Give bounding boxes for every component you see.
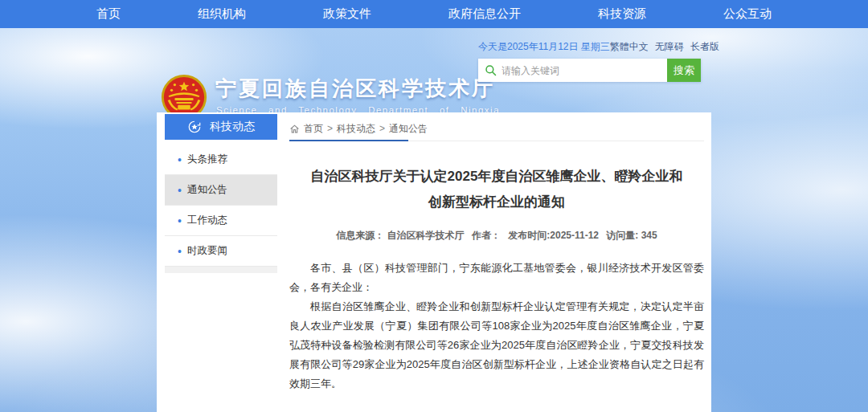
search-input[interactable] <box>502 65 661 76</box>
meta-source: 信息来源： 自治区科学技术厅 <box>336 230 464 241</box>
sidebar-item-current-affairs[interactable]: • 时政要闻 <box>165 236 277 267</box>
nav-item-gov-info[interactable]: 政府信息公开 <box>448 6 521 22</box>
search-icon <box>485 64 497 76</box>
link-traditional-chinese[interactable]: 繁體中文 <box>610 40 649 54</box>
header-utilities: 今天是2025年11月12日 星期三 繁體中文 无障碍 长者版 搜索 <box>478 40 701 82</box>
current-date: 今天是2025年11月12日 星期三 <box>478 40 610 54</box>
breadcrumb-separator: > <box>379 123 385 134</box>
top-navigation: 首页 组织机构 政策文件 政府信息公开 科技资源 公众互动 <box>0 0 868 28</box>
meta-author: 作者： <box>472 230 501 241</box>
article-meta: 信息来源： 自治区科学技术厅 作者： 发布时间:2025-11-12 访问量: … <box>289 229 704 243</box>
sidebar-item-headlines[interactable]: • 头条推荐 <box>165 145 277 175</box>
breadcrumb-home[interactable]: 首页 <box>304 122 323 136</box>
home-icon <box>289 124 300 134</box>
sidebar-item-work-updates[interactable]: • 工作动态 <box>165 206 277 236</box>
site-title: 宁夏回族自治区科学技术厅 <box>215 75 495 103</box>
article-title: 自治区科技厅关于认定2025年度自治区雏鹰企业、瞪羚企业和创新型标杆企业的通知 <box>307 164 686 216</box>
article: 首页 > 科技动态 > 通知公告 自治区科技厅关于认定2025年度自治区雏鹰企业… <box>289 120 704 412</box>
breadcrumb: 首页 > 科技动态 > 通知公告 <box>289 120 704 137</box>
nav-item-policy-docs[interactable]: 政策文件 <box>323 6 371 22</box>
quick-links: 繁體中文 无障碍 长者版 <box>610 40 719 54</box>
sidebar-item-label: 头条推荐 <box>187 153 227 166</box>
sidebar-title: 科技动态 <box>210 120 255 134</box>
meta-publish: 发布时间:2025-11-12 <box>508 230 599 241</box>
bullet-icon: • <box>178 246 182 257</box>
bullet-icon: • <box>178 185 182 196</box>
content-panel: 科技动态 • 头条推荐 • 通知公告 • 工作动态 • 时政要闻 <box>157 112 711 412</box>
nav-item-sci-resources[interactable]: 科技资源 <box>598 6 646 22</box>
breadcrumb-level2[interactable]: 科技动态 <box>337 122 375 136</box>
search-button[interactable]: 搜索 <box>667 59 701 82</box>
article-body: 各市、县（区）科技管理部门，宁东能源化工基地管委会，银川经济技术开发区管委会，各… <box>289 259 704 394</box>
article-paragraph: 各市、县（区）科技管理部门，宁东能源化工基地管委会，银川经济技术开发区管委会，各… <box>289 259 704 297</box>
breadcrumb-level3[interactable]: 通知公告 <box>389 122 428 136</box>
sidebar-item-label: 通知公告 <box>187 183 227 197</box>
search-bar: 搜索 <box>478 59 701 82</box>
link-accessibility[interactable]: 无障碍 <box>655 40 684 54</box>
breadcrumb-separator: > <box>327 123 333 134</box>
sidebar-header: 科技动态 <box>165 114 277 140</box>
breadcrumb-divider <box>289 140 704 141</box>
bullet-icon: • <box>178 215 182 226</box>
link-elder-version[interactable]: 长者版 <box>690 40 719 54</box>
sidebar-item-label: 工作动态 <box>187 214 227 227</box>
nav-item-home[interactable]: 首页 <box>96 6 121 22</box>
nav-item-organization[interactable]: 组织机构 <box>198 6 246 22</box>
meta-views: 访问量: 345 <box>606 230 657 241</box>
sidebar: 科技动态 • 头条推荐 • 通知公告 • 工作动态 • 时政要闻 <box>165 114 277 273</box>
sidebar-item-notices[interactable]: • 通知公告 <box>165 175 277 206</box>
bullet-icon: • <box>178 154 182 165</box>
article-paragraph: 根据自治区雏鹰企业、瞪羚企业和创新型标杆企业认定管理有关规定，决定认定半亩良人农… <box>289 297 704 394</box>
nav-item-public[interactable]: 公众互动 <box>723 6 772 22</box>
sidebar-footer-strip <box>165 267 277 273</box>
sidebar-item-label: 时政要闻 <box>187 244 227 258</box>
masthead: 宁夏回族自治区科学技术厅 Science and Technology Depa… <box>0 28 868 112</box>
star-circle-icon <box>187 120 202 134</box>
